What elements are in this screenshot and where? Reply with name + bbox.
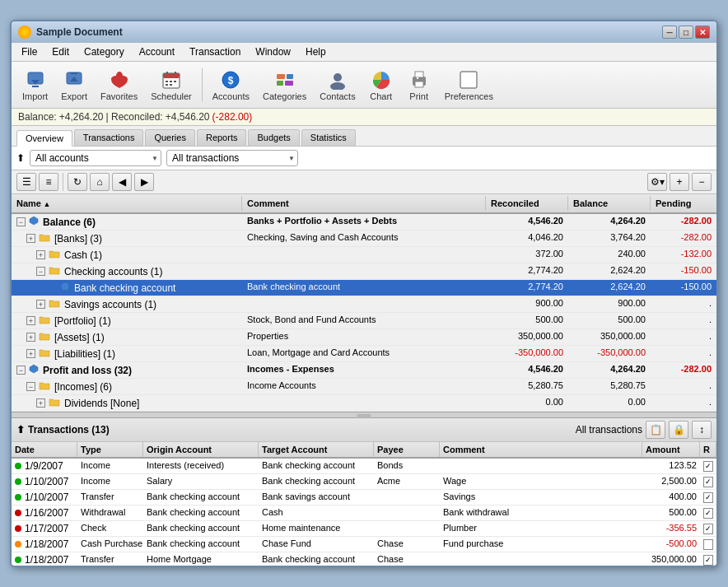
trans-checkbox[interactable]: ✓	[703, 524, 713, 534]
col-header-balance[interactable]: Balance	[568, 196, 651, 211]
categories-toolbar-button[interactable]: Categories	[257, 65, 312, 105]
export-icon	[63, 68, 86, 91]
col-header-name[interactable]: Name	[12, 196, 242, 211]
trans-col-amount[interactable]: Amount	[642, 442, 700, 457]
expand-icon[interactable]: +	[26, 349, 35, 358]
account-name-cell: −[Incomes] (6)	[12, 379, 242, 394]
transaction-row[interactable]: 1/10/2007IncomeSalaryBank checking accou…	[12, 474, 716, 490]
expand-icon[interactable]: +	[26, 234, 35, 243]
menu-item-file[interactable]: File	[15, 44, 44, 59]
account-name-text: [Banks] (3)	[54, 233, 102, 245]
trans-col-r[interactable]: R	[700, 442, 716, 457]
trans-check-cell: ✓	[700, 474, 716, 489]
trans-filter-btn3[interactable]: ↕	[692, 421, 712, 439]
trans-checkbox[interactable]: ✓	[703, 461, 713, 472]
back-button[interactable]: ◀	[112, 173, 132, 191]
import-toolbar-button[interactable]: Import	[16, 65, 54, 105]
table-row[interactable]: +[Liabilities] (1)Loan, Mortgage and Car…	[12, 346, 716, 362]
remove-button[interactable]: −	[692, 173, 712, 191]
print-toolbar-button[interactable]: Print	[401, 65, 437, 105]
table-row[interactable]: +Dividends [None]0.000.00.	[12, 395, 716, 412]
table-row[interactable]: +[Banks] (3)Checking, Saving and Cash Ac…	[12, 231, 716, 247]
expand-icon[interactable]: +	[26, 316, 35, 325]
trans-type-cell: Transfer	[77, 552, 143, 566]
table-row[interactable]: −[Incomes] (6)Income Accounts5,280.755,2…	[12, 379, 716, 395]
minimize-button[interactable]: ─	[662, 26, 677, 39]
transaction-row[interactable]: 1/16/2007WithdrawalBank checking account…	[12, 505, 716, 521]
expand-icon[interactable]: −	[26, 382, 35, 391]
menu-item-help[interactable]: Help	[299, 44, 333, 59]
add-button[interactable]: +	[670, 173, 689, 191]
transaction-row[interactable]: 1/10/2007TransferBank checking accountBa…	[12, 490, 716, 505]
maximize-button[interactable]: □	[679, 26, 693, 39]
table-row[interactable]: +[Portfolio] (1)Stock, Bond and Fund Acc…	[12, 313, 716, 329]
trans-checkbox[interactable]: ✓	[703, 555, 713, 566]
menu-item-edit[interactable]: Edit	[45, 44, 76, 59]
panel-divider[interactable]	[12, 412, 716, 418]
settings-button[interactable]: ⚙▾	[647, 173, 667, 191]
menu-item-account[interactable]: Account	[133, 44, 181, 59]
trans-col-date[interactable]: Date	[12, 442, 77, 457]
transaction-filter-select[interactable]: All transactionsIncomeExpense	[166, 150, 298, 166]
transaction-row[interactable]: 1/9/2007IncomeInterests (received)Bank c…	[12, 459, 716, 474]
scheduler-toolbar-button[interactable]: Scheduler	[145, 65, 198, 105]
export-toolbar-button[interactable]: Export	[55, 65, 93, 105]
trans-col-payee[interactable]: Payee	[374, 442, 440, 457]
contacts-toolbar-button[interactable]: Contacts	[314, 65, 361, 105]
tab-statistics[interactable]: Statistics	[301, 129, 356, 146]
trans-filter-btn2[interactable]: 🔒	[669, 421, 688, 439]
col-header-comment[interactable]: Comment	[242, 196, 486, 211]
expand-icon[interactable]: −	[16, 366, 26, 375]
expand-icon[interactable]: +	[36, 300, 45, 309]
table-row[interactable]: Bank checking accountBank checking accou…	[12, 280, 716, 296]
menu-item-window[interactable]: Window	[249, 44, 297, 59]
trans-col-comment[interactable]: Comment	[440, 442, 642, 457]
table-row[interactable]: +[Assets] (1)Properties350,000.00350,000…	[12, 329, 716, 346]
trans-filter-btn1[interactable]: 📋	[646, 421, 665, 439]
transaction-row[interactable]: 1/17/2007CheckBank checking accountHome …	[12, 521, 716, 537]
menu-item-transaction[interactable]: Transaction	[183, 44, 247, 59]
expand-icon[interactable]: −	[16, 217, 26, 226]
preferences-toolbar-button[interactable]: Preferences	[439, 65, 499, 105]
trans-col-type[interactable]: Type	[77, 442, 143, 457]
close-button[interactable]: ✕	[695, 26, 710, 39]
tab-budgets[interactable]: Budgets	[248, 129, 299, 146]
trans-col-origin[interactable]: Origin Account	[143, 442, 259, 457]
table-row[interactable]: −Balance (6)Banks + Portfolio + Assets +…	[12, 214, 716, 231]
menu-item-category[interactable]: Category	[77, 44, 131, 59]
table-row[interactable]: +Cash (1)372.00240.00-132.00	[12, 247, 716, 263]
table-row[interactable]: −Profit and loss (32)Incomes - Expenses4…	[12, 362, 716, 379]
list-view-button[interactable]: ☰	[16, 173, 36, 191]
trans-checkbox[interactable]	[703, 539, 713, 550]
col-header-reconciled[interactable]: Reconciled	[486, 196, 568, 211]
tab-overview[interactable]: Overview	[16, 130, 72, 147]
table-row[interactable]: −Checking accounts (1)2,774.202,624.20-1…	[12, 263, 716, 280]
expand-icon[interactable]: +	[26, 333, 35, 342]
col-header-pending[interactable]: Pending	[651, 196, 716, 211]
expand-icon[interactable]: +	[36, 398, 45, 408]
expand-icon[interactable]: +	[36, 250, 45, 259]
favorites-toolbar-button[interactable]: Favorites	[95, 65, 143, 105]
refresh-button[interactable]: ↻	[68, 173, 87, 191]
table-row[interactable]: +Savings accounts (1)900.00900.00.	[12, 296, 716, 313]
trans-comment-cell: Fund purchase	[440, 537, 642, 552]
account-balance-cell: 0.00	[568, 395, 651, 411]
tab-queries[interactable]: Queries	[145, 129, 195, 146]
accounts-toolbar-button[interactable]: $Accounts	[207, 65, 255, 105]
detail-view-button[interactable]: ≡	[39, 173, 58, 191]
chart-toolbar-button[interactable]: Chart	[363, 65, 399, 105]
tab-reports[interactable]: Reports	[197, 129, 247, 146]
account-filter-select[interactable]: All accountsBank checking accountSavings…	[30, 150, 161, 166]
trans-col-target[interactable]: Target Account	[259, 442, 374, 457]
transaction-row[interactable]: 1/18/2007Cash PurchaseBank checking acco…	[12, 537, 716, 552]
trans-checkbox[interactable]: ✓	[703, 477, 713, 487]
home-button[interactable]: ⌂	[90, 173, 110, 191]
tab-transactions[interactable]: Transactions	[74, 129, 144, 146]
status-bar: Balance: +4,264.20 | Reconciled: +4,546.…	[12, 109, 716, 126]
trans-checkbox[interactable]: ✓	[703, 492, 713, 503]
transaction-row[interactable]: 1/18/2007TransferHome MortgageBank check…	[12, 552, 716, 566]
forward-button[interactable]: ▶	[134, 173, 154, 191]
contacts-icon	[326, 68, 349, 91]
trans-checkbox[interactable]: ✓	[703, 508, 713, 519]
expand-icon[interactable]: −	[36, 267, 45, 276]
